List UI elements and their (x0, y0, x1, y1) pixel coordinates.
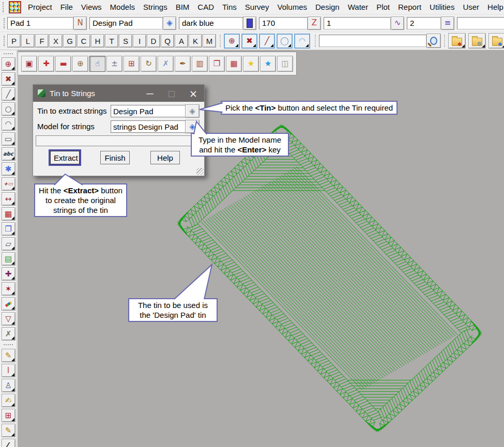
hotkey-Q[interactable]: Q (161, 34, 174, 48)
menu-views[interactable]: Views (77, 3, 106, 11)
print-button[interactable]: ▥ (192, 56, 208, 72)
menu-models[interactable]: Models (106, 3, 139, 11)
save-view-button[interactable]: ▣ (21, 56, 37, 72)
arc-snap-button[interactable]: ◠ (294, 34, 310, 49)
cad-colour-input[interactable] (179, 17, 243, 29)
maximize-button[interactable]: □ (161, 89, 182, 98)
freehand-draw-button[interactable]: ✎ (2, 349, 16, 362)
menu-design[interactable]: Design (311, 3, 344, 11)
move-button[interactable]: ✚ (2, 267, 16, 281)
symbol-button[interactable]: ✱ (2, 162, 16, 176)
text-button[interactable]: abc (2, 147, 16, 161)
menu-utilities[interactable]: Utilities (425, 3, 459, 11)
dialog-titlebar[interactable]: Tin to Strings — □ × (33, 85, 204, 102)
hotkey-I[interactable]: I (133, 34, 146, 48)
name-box-button[interactable]: N (73, 17, 87, 30)
finish-button[interactable]: Finish (100, 151, 130, 164)
menubar-drag-handle[interactable] (3, 2, 4, 12)
menu-volumes[interactable]: Volumes (273, 3, 311, 11)
point-rectangle-button[interactable]: +▭ (2, 177, 16, 191)
grid-button[interactable]: ▦ (2, 207, 16, 221)
folder-more-button[interactable]: ◆ (488, 33, 504, 49)
colour-swatch-button[interactable] (243, 17, 256, 30)
hotkey-S[interactable]: S (119, 34, 132, 48)
cad-lineweight-input[interactable] (407, 17, 441, 29)
cad-toolbar-drag-handle[interactable] (4, 18, 5, 28)
create-rectangle-button[interactable]: ▭ (2, 132, 16, 146)
create-line-button[interactable]: ╱ (2, 87, 16, 101)
line-snap-button[interactable]: ╱ (259, 34, 275, 49)
close-button[interactable]: × (182, 88, 204, 99)
interval-button[interactable]: I (2, 364, 16, 377)
brush-button[interactable]: ✒ (175, 56, 191, 72)
hotkey-T[interactable]: T (105, 34, 118, 48)
grid-view-button[interactable]: ▦ (226, 56, 242, 72)
menu-cad[interactable]: CAD (193, 3, 218, 11)
help-button[interactable]: Help (150, 151, 180, 164)
point-on-line-button[interactable]: ✶ (2, 282, 16, 296)
view-windows-button[interactable]: ❐ (2, 222, 16, 236)
menu-tins[interactable]: Tins (218, 3, 241, 11)
folder-models-button[interactable]: ◆ (448, 33, 466, 49)
add-view-button[interactable]: ✚ (38, 56, 54, 72)
menu-project[interactable]: Project (24, 3, 56, 11)
blue-star-button[interactable]: ★ (260, 56, 276, 72)
lineweight-button[interactable]: ≡ (441, 17, 454, 30)
model-field-input[interactable] (111, 120, 188, 133)
hotkey-F[interactable]: F (35, 34, 49, 48)
colour-line-button[interactable] (2, 297, 16, 311)
zoom-previous-button[interactable]: ↻ (141, 56, 157, 72)
create-circle-button[interactable]: ○ (2, 102, 16, 116)
intersection-snap-button[interactable]: ✖ (241, 34, 257, 49)
menu-survey[interactable]: Survey (241, 3, 273, 11)
notes-button[interactable]: ✍ (2, 394, 16, 407)
create-arc-button[interactable]: ◠ (2, 117, 16, 131)
zoom-in-out-button[interactable]: ± (106, 56, 123, 72)
z-height-button[interactable]: Z (308, 17, 321, 30)
search-input[interactable] (319, 35, 426, 47)
favourite-star-button[interactable]: ★ (243, 56, 259, 72)
sidebar-drag-handle[interactable] (4, 53, 13, 54)
menu-plot[interactable]: Plot (372, 3, 394, 11)
survey-button[interactable]: ♙ (2, 379, 16, 392)
copy-view-button[interactable]: ❐ (209, 56, 225, 72)
delete-view-button[interactable]: ✗ (158, 56, 174, 72)
model-chooser-button[interactable]: ◈ (185, 120, 200, 133)
circle-snap-button[interactable]: ◯ (277, 34, 293, 49)
menu-report[interactable]: Report (394, 3, 425, 11)
remove-view-button[interactable]: ▬ (55, 56, 71, 72)
window-layout-button[interactable]: ◫ (277, 56, 293, 72)
hotkey-D[interactable]: D (147, 34, 160, 48)
hotkey-A[interactable]: A (175, 34, 188, 48)
search-button[interactable] (426, 34, 441, 48)
intersection-button[interactable]: ✖ (2, 72, 16, 86)
view-1-canvas[interactable]: ▣✚▬⊕☝±⊞↻✗✒▥❐▦★★◫ Tin to Strings — □ × Ti… (18, 50, 504, 447)
model-layers-button[interactable]: ◈ (163, 17, 176, 30)
menu-water[interactable]: Water (344, 3, 372, 11)
linestyle-button[interactable]: ∿ (391, 17, 404, 30)
cad-linestyle-input[interactable] (324, 17, 391, 29)
hotkey-H[interactable]: H (91, 34, 104, 48)
menu-user[interactable]: User (459, 3, 483, 11)
hotkey-K[interactable]: K (189, 34, 202, 48)
cad-height-input[interactable] (259, 17, 308, 29)
hotkey-M[interactable]: M (203, 34, 216, 48)
create-point-button[interactable]: ⊕ (2, 57, 16, 71)
image-button[interactable]: ▤ (2, 252, 16, 266)
minimize-button[interactable]: — (139, 89, 161, 98)
hotkey-L[interactable]: L (21, 34, 35, 48)
menu-bim[interactable]: BIM (172, 3, 194, 11)
menu-help[interactable]: Help (483, 3, 504, 11)
folder-tins-button[interactable]: ⚙ (468, 33, 486, 49)
tin-field-input[interactable] (111, 105, 188, 117)
hotkey-X[interactable]: X (49, 34, 63, 48)
cad-tinable-input[interactable] (457, 17, 504, 29)
tin-picker-button[interactable]: ◈ (185, 104, 200, 118)
cad-model-input[interactable] (89, 17, 163, 29)
shield-polygon-button[interactable]: ▽ (2, 312, 16, 326)
section-button[interactable]: ⊞ (2, 409, 16, 422)
measure-button[interactable]: ↔ (2, 192, 16, 206)
resize-grip[interactable] (196, 168, 204, 175)
menu-file[interactable]: File (56, 3, 77, 11)
hotkey-P[interactable]: P (7, 34, 21, 48)
